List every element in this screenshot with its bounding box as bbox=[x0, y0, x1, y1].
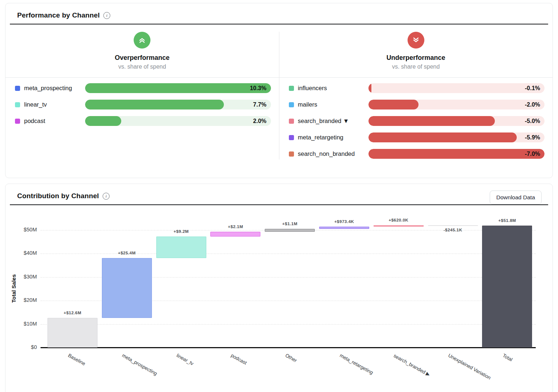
performance-value: -2.0% bbox=[525, 100, 540, 109]
performance-row: linear_tv7.7% bbox=[15, 96, 271, 113]
waterfall-bar[interactable] bbox=[374, 225, 424, 227]
y-axis-tick-label: $50M bbox=[5, 227, 37, 232]
performance-bar-track: -5.9% bbox=[368, 132, 545, 142]
download-data-button[interactable]: Download Data bbox=[490, 191, 542, 204]
waterfall-bar[interactable] bbox=[319, 227, 369, 229]
channel-label-wrap: mailers bbox=[289, 101, 368, 108]
performance-bar-fill bbox=[368, 132, 517, 142]
waterfall-bar[interactable] bbox=[102, 258, 152, 318]
underperformance-icon bbox=[408, 32, 424, 49]
performance-bar-fill bbox=[368, 100, 419, 109]
channel-label: mailers bbox=[298, 101, 317, 108]
overperformance-icon bbox=[134, 32, 150, 49]
performance-value: 2.0% bbox=[253, 116, 266, 126]
channel-label: linear_tv bbox=[24, 101, 47, 108]
contribution-card-header: Contribution by Channel i bbox=[5, 184, 553, 200]
channel-color-swatch bbox=[289, 86, 294, 91]
waterfall-value-label: +$12.6M bbox=[43, 311, 102, 315]
double-chevron-down-icon bbox=[411, 35, 421, 45]
x-axis-category-label: Other bbox=[284, 353, 298, 363]
channel-color-swatch bbox=[15, 119, 20, 124]
performance-value: -7.0% bbox=[525, 149, 540, 159]
performance-row: podcast2.0% bbox=[15, 113, 271, 129]
underperformance-head: Underperformance vs. share of spend bbox=[279, 24, 553, 70]
underperformance-column: Underperformance vs. share of spend infl… bbox=[279, 24, 553, 169]
channel-label-wrap: meta_retargeting bbox=[289, 134, 368, 141]
info-icon[interactable]: i bbox=[103, 193, 110, 200]
channel-color-swatch bbox=[289, 151, 294, 157]
waterfall-value-label: +$2.1M bbox=[206, 224, 265, 229]
performance-value: 7.7% bbox=[253, 100, 266, 109]
waterfall-bar[interactable] bbox=[428, 225, 478, 226]
waterfall-bar[interactable] bbox=[156, 237, 206, 258]
performance-row: meta_retargeting-5.9% bbox=[289, 129, 545, 146]
performance-value: -0.1% bbox=[525, 83, 540, 93]
waterfall-bar[interactable] bbox=[265, 229, 315, 231]
performance-bar-fill bbox=[85, 83, 271, 93]
info-icon[interactable]: i bbox=[103, 12, 110, 19]
channel-label[interactable]: search_branded ▼ bbox=[298, 118, 349, 124]
channel-label-wrap: influencers bbox=[289, 85, 368, 92]
performance-bar-fill bbox=[85, 116, 121, 126]
performance-row: influencers-0.1% bbox=[289, 80, 545, 96]
x-axis-category-label: meta_prospecting bbox=[121, 353, 158, 376]
performance-bar-track: 2.0% bbox=[85, 116, 271, 126]
performance-columns: Overperformance vs. share of spend meta_… bbox=[5, 24, 553, 169]
contribution-by-channel-card: Contribution by Channel i Download Data … bbox=[5, 184, 553, 392]
waterfall-value-label: +$51.8M bbox=[478, 218, 536, 223]
channel-label-wrap: search_branded ▼ bbox=[289, 118, 368, 124]
performance-row: search_branded ▼-5.0% bbox=[289, 113, 545, 129]
channel-label-wrap: meta_prospecting bbox=[15, 85, 85, 92]
performance-card-header: Performance by Channel i bbox=[5, 3, 553, 19]
channel-label-wrap: search_non_branded bbox=[289, 150, 368, 157]
y-axis-tick-label: $40M bbox=[5, 250, 37, 256]
y-axis-tick-label: $0 bbox=[5, 344, 37, 350]
performance-bar-fill bbox=[85, 100, 224, 109]
performance-bar-fill bbox=[368, 83, 372, 93]
underperformance-subtitle: vs. share of spend bbox=[279, 64, 553, 70]
channel-label: podcast bbox=[24, 118, 45, 124]
x-axis-category-label[interactable]: search_branded ▶ bbox=[393, 353, 431, 377]
overperformance-column: Overperformance vs. share of spend meta_… bbox=[5, 24, 279, 169]
gridline bbox=[41, 324, 536, 325]
channel-label: search_non_branded bbox=[298, 150, 355, 157]
performance-bar-track: -0.1% bbox=[368, 83, 545, 93]
performance-bar-track: -2.0% bbox=[368, 100, 545, 109]
x-axis-category-label: linear_tv bbox=[176, 353, 195, 366]
performance-value: -5.0% bbox=[525, 116, 540, 126]
performance-card-title: Performance by Channel bbox=[17, 11, 100, 19]
x-axis-line bbox=[41, 347, 536, 348]
performance-bar-track: -5.0% bbox=[368, 116, 545, 126]
performance-row: meta_prospecting10.3% bbox=[15, 80, 271, 96]
performance-bar-fill bbox=[368, 149, 545, 159]
performance-value: -5.9% bbox=[525, 132, 540, 142]
overperformance-rows: meta_prospecting10.3%linear_tv7.7%podcas… bbox=[5, 77, 279, 129]
waterfall-value-label: +$1.1M bbox=[261, 222, 319, 226]
waterfall-bar[interactable] bbox=[47, 318, 98, 347]
waterfall-chart: $0$10M$20M$30M$40M$50MTotal Sales+$12.6M… bbox=[5, 211, 553, 392]
x-axis-category-label: Baseline bbox=[67, 353, 86, 366]
overperformance-subtitle: vs. share of spend bbox=[5, 64, 279, 70]
channel-color-swatch bbox=[289, 119, 294, 124]
performance-row: search_non_branded-7.0% bbox=[289, 146, 545, 162]
y-axis-tick-label: $10M bbox=[5, 321, 37, 327]
channel-color-swatch bbox=[289, 102, 294, 107]
waterfall-bar[interactable] bbox=[210, 232, 260, 237]
x-axis-category-label: Total bbox=[502, 353, 513, 362]
performance-value: 10.3% bbox=[250, 83, 266, 93]
underperformance-rows: influencers-0.1%mailers-2.0%search_brand… bbox=[279, 77, 553, 162]
x-axis-category-label: podcast bbox=[230, 353, 248, 366]
channel-color-swatch bbox=[15, 86, 20, 91]
underperformance-title: Underperformance bbox=[279, 54, 553, 62]
channel-label-wrap: podcast bbox=[15, 118, 85, 124]
channel-label: influencers bbox=[298, 85, 327, 92]
performance-bar-track: -7.0% bbox=[368, 149, 545, 159]
overperformance-title: Overperformance bbox=[5, 54, 279, 62]
channel-label: meta_retargeting bbox=[298, 134, 344, 141]
waterfall-value-label: -$245.1K bbox=[424, 228, 482, 232]
performance-bar-track: 7.7% bbox=[85, 100, 271, 109]
double-chevron-up-icon bbox=[137, 35, 147, 45]
channel-color-swatch bbox=[15, 102, 20, 107]
waterfall-bar[interactable] bbox=[482, 226, 532, 347]
overperformance-head: Overperformance vs. share of spend bbox=[5, 24, 279, 70]
